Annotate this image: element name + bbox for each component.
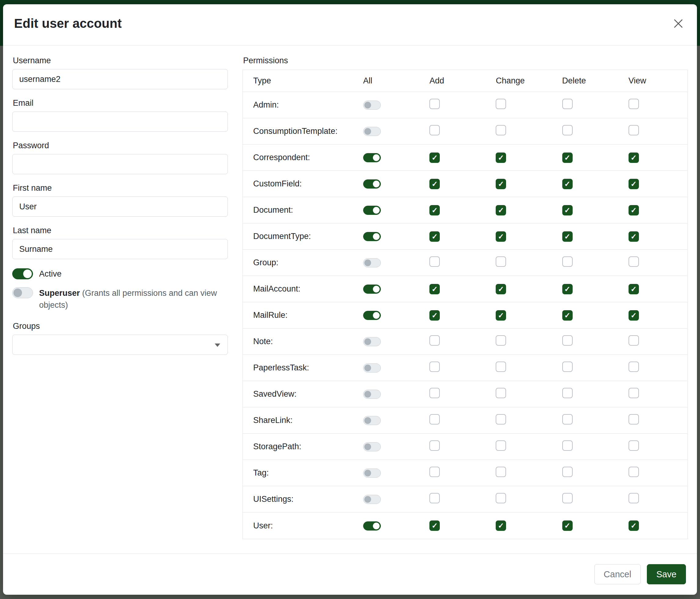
sharelink-add-checkbox[interactable]: [429, 414, 440, 425]
superuser-toggle[interactable]: [12, 287, 33, 298]
admin-all-toggle[interactable]: [363, 100, 381, 110]
customfield-view-checkbox[interactable]: ✓: [628, 179, 639, 189]
savedview-add-checkbox[interactable]: [429, 388, 440, 398]
savedview-delete-checkbox[interactable]: [562, 388, 573, 398]
document-add-checkbox[interactable]: ✓: [429, 205, 440, 215]
groups-select[interactable]: [12, 335, 228, 355]
mailrule-delete-checkbox[interactable]: ✓: [562, 310, 573, 320]
group-view-checkbox[interactable]: [628, 257, 639, 267]
documenttype-all-toggle[interactable]: [363, 232, 381, 241]
document-view-checkbox[interactable]: ✓: [628, 205, 639, 215]
documenttype-delete-checkbox[interactable]: ✓: [562, 231, 573, 242]
storagepath-add-checkbox[interactable]: [429, 440, 440, 451]
username-field[interactable]: [12, 69, 228, 89]
group-change-checkbox[interactable]: [496, 257, 506, 267]
user-add-checkbox[interactable]: ✓: [429, 521, 440, 531]
correspondent-all-toggle[interactable]: [363, 153, 381, 162]
mailrule-all-toggle[interactable]: [363, 311, 381, 320]
note-view-checkbox[interactable]: [628, 335, 639, 346]
mailaccount-all-toggle[interactable]: [363, 285, 381, 294]
toggle-knob: [364, 470, 371, 476]
mailrule-change-checkbox[interactable]: ✓: [496, 310, 506, 320]
paperlesstask-add-checkbox[interactable]: [429, 362, 440, 372]
mailaccount-view-checkbox[interactable]: ✓: [628, 284, 639, 294]
close-icon[interactable]: [671, 16, 686, 31]
permission-view-cell: ✓: [621, 152, 688, 163]
savedview-view-checkbox[interactable]: [628, 388, 639, 398]
document-all-toggle[interactable]: [363, 206, 381, 215]
document-delete-checkbox[interactable]: ✓: [562, 205, 573, 215]
admin-delete-checkbox[interactable]: [562, 99, 573, 109]
last-name-field[interactable]: [12, 239, 228, 259]
sharelink-view-checkbox[interactable]: [628, 414, 639, 425]
note-all-toggle[interactable]: [363, 337, 381, 346]
documenttype-change-checkbox[interactable]: ✓: [496, 231, 506, 242]
group-delete-checkbox[interactable]: [562, 257, 573, 267]
tag-change-checkbox[interactable]: [496, 467, 506, 477]
mailaccount-delete-checkbox[interactable]: ✓: [562, 284, 573, 294]
active-toggle[interactable]: [12, 268, 33, 279]
tag-all-toggle[interactable]: [363, 469, 381, 478]
savedview-all-toggle[interactable]: [363, 390, 381, 399]
correspondent-view-checkbox[interactable]: ✓: [628, 152, 639, 163]
group-all-toggle[interactable]: [363, 258, 381, 267]
uisettings-view-checkbox[interactable]: [628, 493, 639, 503]
note-delete-checkbox[interactable]: [562, 335, 573, 346]
storagepath-all-toggle[interactable]: [363, 442, 381, 451]
paperlesstask-view-checkbox[interactable]: [628, 362, 639, 372]
consumptiontemplate-change-checkbox[interactable]: [496, 125, 506, 136]
storagepath-view-checkbox[interactable]: [628, 440, 639, 451]
uisettings-add-checkbox[interactable]: [429, 493, 440, 503]
admin-view-checkbox[interactable]: [628, 99, 639, 109]
document-change-checkbox[interactable]: ✓: [496, 205, 506, 215]
correspondent-delete-checkbox[interactable]: ✓: [562, 152, 573, 163]
customfield-delete-checkbox[interactable]: ✓: [562, 179, 573, 189]
admin-add-checkbox[interactable]: [429, 99, 440, 109]
note-add-checkbox[interactable]: [429, 335, 440, 346]
sharelink-all-toggle[interactable]: [363, 416, 381, 425]
consumptiontemplate-add-checkbox[interactable]: [429, 125, 440, 136]
email-field[interactable]: [12, 112, 228, 132]
user-delete-checkbox[interactable]: ✓: [562, 521, 573, 531]
customfield-all-toggle[interactable]: [363, 179, 381, 189]
user-view-checkbox[interactable]: ✓: [628, 521, 639, 531]
correspondent-add-checkbox[interactable]: ✓: [429, 152, 440, 163]
save-button[interactable]: Save: [647, 564, 686, 584]
storagepath-delete-checkbox[interactable]: [562, 440, 573, 451]
consumptiontemplate-all-toggle[interactable]: [363, 127, 381, 136]
mailaccount-add-checkbox[interactable]: ✓: [429, 284, 440, 294]
user-all-toggle[interactable]: [363, 521, 381, 530]
storagepath-change-checkbox[interactable]: [496, 440, 506, 451]
consumptiontemplate-view-checkbox[interactable]: [628, 125, 639, 136]
password-field[interactable]: [12, 154, 228, 174]
note-change-checkbox[interactable]: [496, 335, 506, 346]
mailrule-view-checkbox[interactable]: ✓: [628, 310, 639, 320]
documenttype-view-checkbox[interactable]: ✓: [628, 231, 639, 242]
tag-add-checkbox[interactable]: [429, 467, 440, 477]
paperlesstask-all-toggle[interactable]: [363, 363, 381, 373]
permission-add-cell: ✓: [422, 284, 489, 294]
tag-view-checkbox[interactable]: [628, 467, 639, 477]
admin-change-checkbox[interactable]: [496, 99, 506, 109]
sharelink-change-checkbox[interactable]: [496, 414, 506, 425]
group-add-checkbox[interactable]: [429, 257, 440, 267]
uisettings-all-toggle[interactable]: [363, 495, 381, 504]
sharelink-delete-checkbox[interactable]: [562, 414, 573, 425]
customfield-change-checkbox[interactable]: ✓: [496, 179, 506, 189]
cancel-button[interactable]: Cancel: [594, 564, 641, 584]
documenttype-add-checkbox[interactable]: ✓: [429, 231, 440, 242]
uisettings-delete-checkbox[interactable]: [562, 493, 573, 503]
paperlesstask-delete-checkbox[interactable]: [562, 362, 573, 372]
consumptiontemplate-delete-checkbox[interactable]: [562, 125, 573, 136]
uisettings-change-checkbox[interactable]: [496, 493, 506, 503]
permission-add-cell: ✓: [422, 152, 489, 163]
tag-delete-checkbox[interactable]: [562, 467, 573, 477]
correspondent-change-checkbox[interactable]: ✓: [496, 152, 506, 163]
first-name-field[interactable]: [12, 196, 228, 217]
customfield-add-checkbox[interactable]: ✓: [429, 179, 440, 189]
mailrule-add-checkbox[interactable]: ✓: [429, 310, 440, 320]
paperlesstask-change-checkbox[interactable]: [496, 362, 506, 372]
savedview-change-checkbox[interactable]: [496, 388, 506, 398]
mailaccount-change-checkbox[interactable]: ✓: [496, 284, 506, 294]
user-change-checkbox[interactable]: ✓: [496, 521, 506, 531]
